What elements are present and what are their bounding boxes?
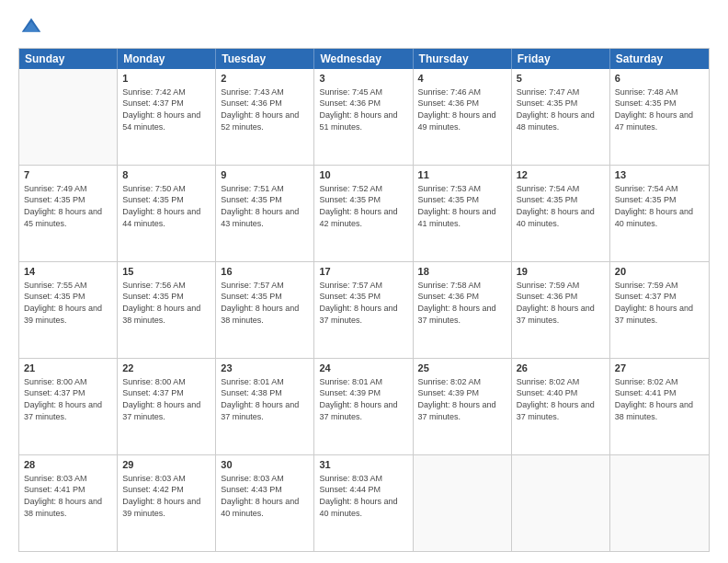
- day-number: 8: [122, 168, 210, 182]
- week-row-3: 14Sunrise: 7:55 AM Sunset: 4:35 PM Dayli…: [19, 262, 709, 359]
- day-info: Sunrise: 8:03 AM Sunset: 4:42 PM Dayligh…: [122, 473, 210, 519]
- day-info: Sunrise: 7:50 AM Sunset: 4:35 PM Dayligh…: [122, 183, 210, 229]
- empty-cell: [512, 455, 610, 551]
- day-number: 23: [221, 362, 309, 375]
- day-cell-7: 7Sunrise: 7:49 AM Sunset: 4:35 PM Daylig…: [19, 166, 118, 261]
- day-info: Sunrise: 7:59 AM Sunset: 4:36 PM Dayligh…: [517, 280, 605, 326]
- day-info: Sunrise: 7:59 AM Sunset: 4:37 PM Dayligh…: [615, 280, 704, 326]
- day-header-saturday: Saturday: [610, 49, 709, 69]
- calendar-body: 1Sunrise: 7:42 AM Sunset: 4:37 PM Daylig…: [19, 69, 709, 551]
- week-row-4: 21Sunrise: 8:00 AM Sunset: 4:37 PM Dayli…: [19, 359, 709, 455]
- day-info: Sunrise: 8:02 AM Sunset: 4:39 PM Dayligh…: [418, 376, 506, 422]
- day-cell-24: 24Sunrise: 8:01 AM Sunset: 4:39 PM Dayli…: [314, 359, 413, 454]
- header: [18, 15, 710, 40]
- day-cell-1: 1Sunrise: 7:42 AM Sunset: 4:37 PM Daylig…: [118, 69, 216, 165]
- day-info: Sunrise: 7:47 AM Sunset: 4:35 PM Dayligh…: [517, 86, 605, 132]
- day-info: Sunrise: 7:43 AM Sunset: 4:36 PM Dayligh…: [221, 86, 309, 132]
- day-cell-13: 13Sunrise: 7:54 AM Sunset: 4:35 PM Dayli…: [610, 166, 709, 261]
- day-cell-4: 4Sunrise: 7:46 AM Sunset: 4:36 PM Daylig…: [414, 69, 512, 165]
- day-info: Sunrise: 7:54 AM Sunset: 4:35 PM Dayligh…: [517, 183, 605, 229]
- day-number: 19: [517, 265, 605, 279]
- day-info: Sunrise: 8:00 AM Sunset: 4:37 PM Dayligh…: [122, 376, 210, 422]
- day-number: 24: [319, 362, 407, 375]
- day-number: 31: [319, 458, 407, 472]
- day-cell-8: 8Sunrise: 7:50 AM Sunset: 4:35 PM Daylig…: [118, 166, 216, 261]
- week-row-2: 7Sunrise: 7:49 AM Sunset: 4:35 PM Daylig…: [19, 166, 709, 262]
- day-number: 15: [122, 265, 210, 279]
- day-info: Sunrise: 7:54 AM Sunset: 4:35 PM Dayligh…: [615, 183, 704, 229]
- day-number: 9: [221, 168, 309, 182]
- day-info: Sunrise: 7:57 AM Sunset: 4:35 PM Dayligh…: [221, 280, 309, 326]
- day-number: 3: [319, 72, 407, 86]
- day-info: Sunrise: 7:45 AM Sunset: 4:36 PM Dayligh…: [319, 86, 407, 132]
- day-header-monday: Monday: [118, 49, 216, 69]
- logo: [18, 15, 48, 40]
- day-info: Sunrise: 7:56 AM Sunset: 4:35 PM Dayligh…: [122, 280, 210, 326]
- day-number: 29: [122, 458, 210, 472]
- day-info: Sunrise: 7:55 AM Sunset: 4:35 PM Dayligh…: [24, 280, 112, 326]
- day-cell-21: 21Sunrise: 8:00 AM Sunset: 4:37 PM Dayli…: [19, 359, 118, 454]
- day-cell-11: 11Sunrise: 7:53 AM Sunset: 4:35 PM Dayli…: [414, 166, 512, 261]
- day-cell-14: 14Sunrise: 7:55 AM Sunset: 4:35 PM Dayli…: [19, 262, 118, 358]
- empty-cell: [610, 455, 709, 551]
- day-cell-5: 5Sunrise: 7:47 AM Sunset: 4:35 PM Daylig…: [512, 69, 610, 165]
- day-number: 28: [24, 458, 112, 472]
- empty-cell: [19, 69, 118, 165]
- day-cell-3: 3Sunrise: 7:45 AM Sunset: 4:36 PM Daylig…: [314, 69, 413, 165]
- day-cell-31: 31Sunrise: 8:03 AM Sunset: 4:44 PM Dayli…: [314, 455, 413, 551]
- day-number: 13: [615, 168, 704, 182]
- day-info: Sunrise: 8:03 AM Sunset: 4:43 PM Dayligh…: [221, 473, 309, 519]
- day-number: 18: [418, 265, 506, 279]
- calendar-header: SundayMondayTuesdayWednesdayThursdayFrid…: [19, 49, 709, 69]
- day-cell-12: 12Sunrise: 7:54 AM Sunset: 4:35 PM Dayli…: [512, 166, 610, 261]
- day-cell-6: 6Sunrise: 7:48 AM Sunset: 4:35 PM Daylig…: [610, 69, 709, 165]
- day-header-wednesday: Wednesday: [314, 49, 413, 69]
- calendar: SundayMondayTuesdayWednesdayThursdayFrid…: [18, 48, 710, 552]
- empty-cell: [414, 455, 512, 551]
- day-info: Sunrise: 7:51 AM Sunset: 4:35 PM Dayligh…: [221, 183, 309, 229]
- day-number: 25: [418, 362, 506, 375]
- day-number: 21: [24, 362, 112, 375]
- day-cell-16: 16Sunrise: 7:57 AM Sunset: 4:35 PM Dayli…: [216, 262, 314, 358]
- day-number: 12: [517, 168, 605, 182]
- day-info: Sunrise: 7:46 AM Sunset: 4:36 PM Dayligh…: [418, 86, 506, 132]
- day-number: 30: [221, 458, 309, 472]
- day-info: Sunrise: 8:02 AM Sunset: 4:40 PM Dayligh…: [517, 376, 605, 422]
- page: SundayMondayTuesdayWednesdayThursdayFrid…: [0, 0, 728, 563]
- day-header-tuesday: Tuesday: [216, 49, 314, 69]
- day-info: Sunrise: 8:03 AM Sunset: 4:41 PM Dayligh…: [24, 473, 112, 519]
- day-number: 5: [517, 72, 605, 86]
- day-header-sunday: Sunday: [19, 49, 118, 69]
- day-cell-17: 17Sunrise: 7:57 AM Sunset: 4:35 PM Dayli…: [314, 262, 413, 358]
- day-header-friday: Friday: [512, 49, 610, 69]
- day-cell-2: 2Sunrise: 7:43 AM Sunset: 4:36 PM Daylig…: [216, 69, 314, 165]
- day-cell-10: 10Sunrise: 7:52 AM Sunset: 4:35 PM Dayli…: [314, 166, 413, 261]
- day-cell-30: 30Sunrise: 8:03 AM Sunset: 4:43 PM Dayli…: [216, 455, 314, 551]
- day-cell-15: 15Sunrise: 7:56 AM Sunset: 4:35 PM Dayli…: [118, 262, 216, 358]
- day-cell-25: 25Sunrise: 8:02 AM Sunset: 4:39 PM Dayli…: [414, 359, 512, 454]
- day-info: Sunrise: 7:49 AM Sunset: 4:35 PM Dayligh…: [24, 183, 112, 229]
- day-cell-26: 26Sunrise: 8:02 AM Sunset: 4:40 PM Dayli…: [512, 359, 610, 454]
- day-cell-23: 23Sunrise: 8:01 AM Sunset: 4:38 PM Dayli…: [216, 359, 314, 454]
- day-info: Sunrise: 7:42 AM Sunset: 4:37 PM Dayligh…: [122, 86, 210, 132]
- day-number: 1: [122, 72, 210, 86]
- day-cell-20: 20Sunrise: 7:59 AM Sunset: 4:37 PM Dayli…: [610, 262, 709, 358]
- day-info: Sunrise: 8:00 AM Sunset: 4:37 PM Dayligh…: [24, 376, 112, 422]
- week-row-5: 28Sunrise: 8:03 AM Sunset: 4:41 PM Dayli…: [19, 455, 709, 551]
- day-cell-9: 9Sunrise: 7:51 AM Sunset: 4:35 PM Daylig…: [216, 166, 314, 261]
- day-number: 27: [615, 362, 704, 375]
- day-number: 10: [319, 168, 407, 182]
- day-info: Sunrise: 8:02 AM Sunset: 4:41 PM Dayligh…: [615, 376, 704, 422]
- day-number: 17: [319, 265, 407, 279]
- day-info: Sunrise: 7:52 AM Sunset: 4:35 PM Dayligh…: [319, 183, 407, 229]
- day-cell-22: 22Sunrise: 8:00 AM Sunset: 4:37 PM Dayli…: [118, 359, 216, 454]
- day-info: Sunrise: 7:58 AM Sunset: 4:36 PM Dayligh…: [418, 280, 506, 326]
- day-number: 4: [418, 72, 506, 86]
- day-info: Sunrise: 8:01 AM Sunset: 4:39 PM Dayligh…: [319, 376, 407, 422]
- day-cell-27: 27Sunrise: 8:02 AM Sunset: 4:41 PM Dayli…: [610, 359, 709, 454]
- day-cell-18: 18Sunrise: 7:58 AM Sunset: 4:36 PM Dayli…: [414, 262, 512, 358]
- logo-icon: [18, 15, 44, 40]
- day-info: Sunrise: 7:48 AM Sunset: 4:35 PM Dayligh…: [615, 86, 704, 132]
- week-row-1: 1Sunrise: 7:42 AM Sunset: 4:37 PM Daylig…: [19, 69, 709, 166]
- day-number: 16: [221, 265, 309, 279]
